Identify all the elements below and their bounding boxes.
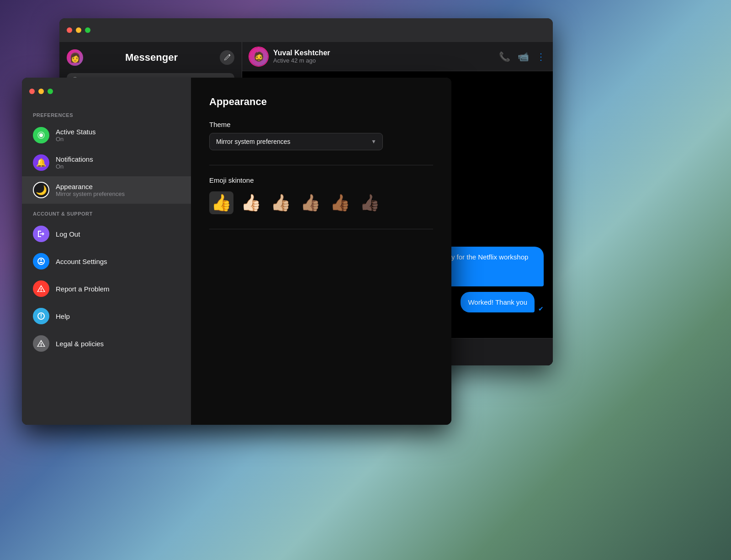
- report-problem-title: Report a Problem: [56, 285, 110, 293]
- chat-header: 🧔 Yuval Keshtcher Active 42 m ago 📞 📹 ⋮: [242, 42, 553, 71]
- notifications-icon: 🔔: [33, 154, 49, 171]
- help-text: Help: [56, 312, 70, 320]
- pref-item-legal[interactable]: Legal & policies: [22, 330, 191, 357]
- pref-maximize-button[interactable]: [48, 89, 53, 94]
- account-settings-title: Account Settings: [56, 258, 107, 265]
- logout-text: Log Out: [56, 230, 80, 238]
- pref-item-logout[interactable]: Log Out: [22, 220, 191, 248]
- emoji-thumb-medium-light[interactable]: 👍🏼: [269, 191, 293, 214]
- minimize-button-back[interactable]: [76, 27, 81, 33]
- legal-icon: [33, 335, 49, 352]
- notifications-subtitle: On: [56, 163, 93, 170]
- phone-icon[interactable]: 📞: [499, 51, 510, 62]
- emoji-skintone-row: 👍 👍🏻 👍🏼 👍🏽 👍🏾 👍🏿: [209, 191, 433, 214]
- account-support-label: ACCOUNT & SUPPORT: [22, 207, 191, 220]
- active-status-title: Active Status: [56, 128, 96, 136]
- section-divider-2: [209, 229, 433, 229]
- section-divider: [209, 165, 433, 165]
- preferences-section-label: PREFERENCES: [22, 109, 191, 122]
- report-problem-icon: [33, 280, 49, 297]
- sidebar-user-avatar[interactable]: 👩: [67, 49, 83, 66]
- message-checkmark: ✔: [538, 305, 544, 312]
- preferences-content: Appearance Theme Mirror system preferenc…: [191, 78, 451, 425]
- more-options-icon[interactable]: ⋮: [536, 51, 546, 62]
- emoji-thumb-dark[interactable]: 👍🏿: [358, 191, 382, 214]
- pref-item-account-settings[interactable]: Account Settings: [22, 248, 191, 275]
- pref-titlebar: [22, 89, 191, 105]
- appearance-subtitle: Mirror system preferences: [56, 190, 125, 197]
- pref-item-notifications[interactable]: 🔔 Notifications On: [22, 149, 191, 176]
- pref-close-button[interactable]: [29, 89, 35, 94]
- emoji-skintone-label: Emoji skintone: [209, 176, 433, 184]
- chat-avatar-ring: [249, 47, 269, 67]
- theme-select[interactable]: Mirror system preferences Light Dark: [209, 133, 383, 150]
- messenger-title: Messenger: [125, 52, 178, 63]
- theme-select-wrapper: Mirror system preferences Light Dark ▼: [209, 133, 383, 150]
- logout-title: Log Out: [56, 230, 80, 238]
- account-settings-icon: [33, 253, 49, 269]
- report-problem-text: Report a Problem: [56, 285, 110, 293]
- active-status-icon: [33, 127, 49, 143]
- legal-title: Legal & policies: [56, 340, 104, 348]
- emoji-thumb-default[interactable]: 👍: [209, 191, 233, 214]
- appearance-title: Appearance: [56, 183, 125, 190]
- theme-section: Theme Mirror system preferences Light Da…: [209, 121, 433, 150]
- preferences-sidebar: PREFERENCES Active Status On 🔔 Notificat…: [22, 78, 191, 425]
- video-icon[interactable]: 📹: [518, 51, 529, 62]
- pref-traffic-lights: [29, 89, 53, 94]
- help-icon: [33, 308, 49, 324]
- pref-item-active-status[interactable]: Active Status On: [22, 122, 191, 149]
- help-title: Help: [56, 312, 70, 320]
- theme-label: Theme: [209, 121, 433, 128]
- maximize-button-back[interactable]: [85, 27, 90, 33]
- notifications-text: Notifications On: [56, 155, 93, 170]
- chat-user-info: Yuval Keshtcher Active 42 m ago: [273, 49, 493, 64]
- emoji-thumb-light[interactable]: 👍🏻: [239, 191, 263, 214]
- appearance-page-title: Appearance: [209, 96, 433, 108]
- logout-icon: [33, 226, 49, 242]
- pref-item-report-problem[interactable]: Report a Problem: [22, 275, 191, 302]
- emoji-section: Emoji skintone 👍 👍🏻 👍🏼 👍🏽 👍🏾 👍🏿: [209, 176, 433, 214]
- chat-user-avatar[interactable]: 🧔: [249, 48, 268, 66]
- message-text-2: Worked! Thank you: [468, 298, 527, 306]
- notifications-title: Notifications: [56, 155, 93, 163]
- messenger-titlebar: [59, 18, 553, 42]
- account-settings-text: Account Settings: [56, 258, 107, 265]
- appearance-text: Appearance Mirror system preferences: [56, 183, 125, 197]
- chat-user-status: Active 42 m ago: [273, 57, 493, 64]
- pref-minimize-button[interactable]: [38, 89, 44, 94]
- chat-user-name: Yuval Keshtcher: [273, 49, 493, 57]
- appearance-icon: 🌙: [33, 182, 49, 198]
- sidebar-header: 👩 Messenger: [67, 49, 234, 66]
- chat-actions: 📞 📹 ⋮: [499, 51, 546, 62]
- active-status-text: Active Status On: [56, 128, 96, 143]
- emoji-thumb-medium[interactable]: 👍🏽: [298, 191, 323, 214]
- active-status-subtitle: On: [56, 136, 96, 143]
- close-button-back[interactable]: [67, 27, 72, 33]
- bell-icon: 🔔: [36, 158, 46, 168]
- preferences-window: PREFERENCES Active Status On 🔔 Notificat…: [22, 78, 451, 425]
- emoji-thumb-medium-dark[interactable]: 👍🏾: [328, 191, 352, 214]
- pref-item-help[interactable]: Help: [22, 302, 191, 330]
- message-bubble-2: Worked! Thank you: [461, 292, 535, 312]
- svg-point-0: [39, 133, 43, 137]
- compose-button[interactable]: [220, 50, 234, 65]
- legal-text: Legal & policies: [56, 340, 104, 348]
- moon-icon: 🌙: [36, 185, 47, 195]
- pref-item-appearance[interactable]: 🌙 Appearance Mirror system preferences: [22, 176, 191, 204]
- traffic-lights-back: [67, 27, 90, 33]
